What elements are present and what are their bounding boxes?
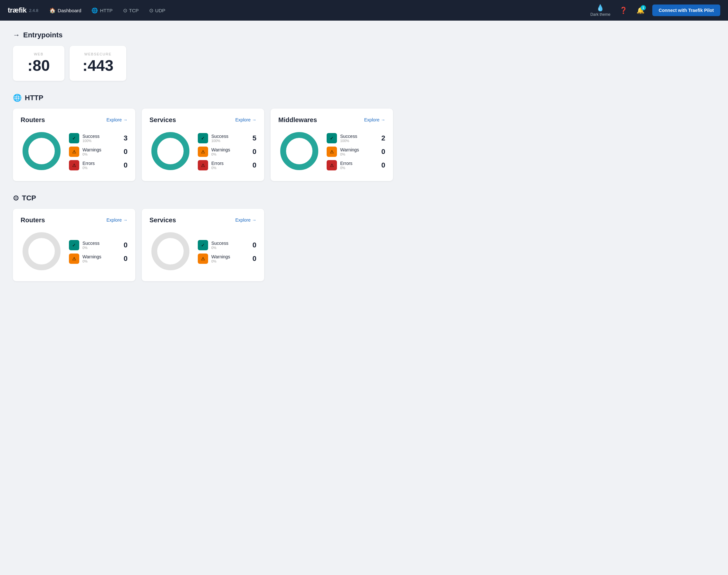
- tcp-routers-explore[interactable]: Explore →: [107, 217, 128, 223]
- http-middlewares-success-count: 2: [381, 134, 385, 142]
- http-middlewares-explore-label: Explore: [364, 117, 379, 123]
- warning-icon-svc: ⚠: [198, 146, 208, 157]
- entrypoint-web-value: :80: [27, 57, 49, 74]
- errors-name-mw: Errors: [340, 161, 378, 166]
- http-services-success-pct: 100%: [211, 139, 249, 143]
- svg-point-2: [31, 141, 52, 161]
- http-routers-title: Routers: [21, 116, 45, 124]
- http-services-stats: ✓ Success 100% 5 ⚠ Warnings 0%: [198, 133, 256, 170]
- question-icon: ❓: [619, 7, 627, 14]
- tcp-services-success-label: Success 0%: [211, 241, 249, 250]
- http-middlewares-warnings-row: ⚠ Warnings 0% 0: [326, 146, 385, 157]
- warning-icon-tcps: ⚠: [198, 253, 208, 264]
- http-routers-errors-count: 0: [124, 161, 128, 169]
- entrypoint-websecure-value: :443: [82, 57, 113, 74]
- http-middlewares-success-label: Success 100%: [340, 134, 378, 143]
- http-routers-success-row: ✓ Success 100% 3: [69, 133, 128, 143]
- tcp-services-warnings-row: ⚠ Warnings 0% 0: [198, 253, 256, 264]
- dark-theme-toggle[interactable]: 💧 Dark theme: [587, 1, 614, 19]
- warning-icon-tcpr: ⚠: [69, 253, 79, 264]
- http-middlewares-success-pct: 100%: [340, 139, 378, 143]
- http-routers-arrow-icon: →: [123, 117, 128, 123]
- http-middlewares-errors-pct: 0%: [340, 166, 378, 170]
- http-services-card: Services Explore →: [142, 108, 264, 181]
- tcp-icon: ⊙: [123, 7, 127, 13]
- nav-http[interactable]: 🌐 HTTP: [87, 5, 117, 16]
- home-icon: 🏠: [49, 7, 56, 13]
- http-services-success-row: ✓ Success 100% 5: [198, 133, 256, 143]
- http-services-explore-label: Explore: [236, 117, 251, 123]
- http-services-explore[interactable]: Explore →: [236, 117, 256, 123]
- nav-http-label: HTTP: [100, 8, 112, 13]
- http-middlewares-warnings-count: 0: [381, 147, 385, 156]
- nav-udp[interactable]: ⊙ UDP: [145, 5, 170, 16]
- entrypoint-websecure[interactable]: WEBSECURE :443: [70, 46, 126, 81]
- notifications-button[interactable]: 🔔 1: [633, 4, 649, 17]
- tcp-routers-body: ✓ Success 0% 0 ⚠ Warnings 0%: [21, 230, 128, 273]
- tcp-section: ⊙ TCP Routers Explore →: [13, 194, 393, 281]
- globe-icon: 🌐: [92, 7, 98, 13]
- tcp-services-warnings-count: 0: [252, 255, 256, 263]
- nav-tcp[interactable]: ⊙ TCP: [118, 5, 143, 16]
- tcp-routers-success-label: Success 0%: [82, 241, 120, 250]
- nav-tcp-label: TCP: [129, 8, 139, 13]
- entrypoint-web[interactable]: WEB :80: [13, 46, 64, 81]
- http-services-success-count: 5: [252, 134, 256, 142]
- tcp-services-success-count: 0: [252, 241, 256, 249]
- main-content: → Entrypoints WEB :80 WEBSECURE :443 🌐 H…: [0, 21, 406, 304]
- tcp-routers-warnings-pct: 0%: [82, 259, 120, 263]
- warnings-name-mw: Warnings: [340, 147, 378, 153]
- tcp-routers-donut: [21, 230, 63, 273]
- http-routers-body: ✓ Success 100% 3 ⚠ Warnings 0%: [21, 130, 128, 173]
- http-cards-row: Routers Explore →: [13, 108, 393, 181]
- tcp-routers-warnings-count: 0: [124, 255, 128, 263]
- success-icon-mw: ✓: [326, 133, 337, 143]
- tcp-routers-success-pct: 0%: [82, 246, 120, 250]
- error-icon-svc: ⚠: [198, 160, 208, 170]
- http-services-warnings-label: Warnings 0%: [211, 147, 249, 156]
- http-middlewares-stats: ✓ Success 100% 2 ⚠ Warnings 0%: [326, 133, 385, 170]
- warnings-name: Warnings: [82, 147, 120, 153]
- nav-dashboard-label: Dashboard: [58, 8, 81, 13]
- success-name-tcps: Success: [211, 241, 249, 246]
- tcp-services-warnings-label: Warnings 0%: [211, 254, 249, 263]
- http-routers-explore-label: Explore: [107, 117, 122, 123]
- tcp-services-stats: ✓ Success 0% 0 ⚠ Warnings 0%: [198, 240, 256, 264]
- entrypoint-websecure-label: WEBSECURE: [84, 52, 111, 56]
- entrypoints-header: → Entrypoints: [13, 31, 393, 39]
- logo-text: træfik: [8, 6, 26, 14]
- http-routers-errors-pct: 0%: [82, 166, 120, 170]
- http-routers-errors-row: ⚠ Errors 0% 0: [69, 160, 128, 170]
- tcp-routers-header: Routers Explore →: [21, 216, 128, 224]
- nav-dashboard[interactable]: 🏠 Dashboard: [45, 5, 86, 16]
- tcp-services-success-row: ✓ Success 0% 0: [198, 240, 256, 250]
- navbar: træfik 2.4.8 🏠 Dashboard 🌐 HTTP ⊙ TCP ⊙ …: [0, 0, 728, 21]
- http-routers-warnings-pct: 0%: [82, 153, 120, 156]
- http-routers-donut: [21, 130, 63, 173]
- help-button[interactable]: ❓: [616, 4, 631, 17]
- http-middlewares-errors-label: Errors 0%: [340, 161, 378, 170]
- version-badge: 2.4.8: [29, 8, 38, 13]
- success-icon-svc: ✓: [198, 133, 208, 143]
- entrypoint-web-label: WEB: [34, 52, 43, 56]
- entrypoints-row: WEB :80 WEBSECURE :443: [13, 46, 393, 81]
- logo[interactable]: træfik 2.4.8: [8, 6, 38, 14]
- svg-point-12: [160, 241, 181, 262]
- http-services-title: Services: [149, 116, 176, 124]
- http-services-donut: [149, 130, 192, 173]
- http-middlewares-card: Middlewares Explore →: [271, 108, 393, 181]
- error-icon: ⚠: [69, 160, 79, 170]
- pilot-connect-button[interactable]: Connect with Traefik Pilot: [652, 4, 720, 16]
- http-routers-explore[interactable]: Explore →: [107, 117, 128, 123]
- tcp-services-explore[interactable]: Explore →: [236, 217, 256, 223]
- http-middlewares-warnings-pct: 0%: [340, 153, 378, 156]
- success-name: Success: [82, 134, 120, 139]
- http-services-header: Services Explore →: [149, 116, 256, 124]
- http-services-errors-label: Errors 0%: [211, 161, 249, 170]
- http-middlewares-success-row: ✓ Success 100% 2: [326, 133, 385, 143]
- http-middlewares-explore[interactable]: Explore →: [364, 117, 385, 123]
- http-routers-success-label: Success 100%: [82, 134, 120, 143]
- http-routers-card: Routers Explore →: [13, 108, 135, 181]
- http-middlewares-title: Middlewares: [278, 116, 317, 124]
- tcp-routers-title: Routers: [21, 216, 45, 224]
